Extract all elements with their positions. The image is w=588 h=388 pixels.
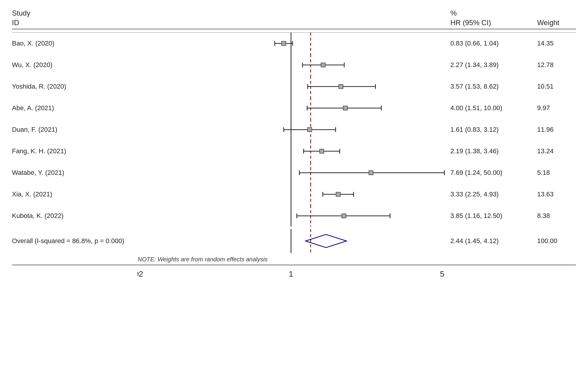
overall-weight-value: 100.00	[537, 237, 576, 245]
study-label: Duan, F. (2021)	[12, 126, 138, 134]
hr-header: HR (95% CI)	[450, 19, 537, 27]
table-row: Bao, X. (2020)0.83 (0.66, 1.04)14.35	[12, 33, 576, 54]
weight-header: Weight	[537, 19, 576, 27]
axis-plot: .02150	[138, 268, 444, 280]
study-label: Abe, A. (2021)	[12, 104, 138, 112]
study-label: Yoshida, R. (2020)	[12, 83, 138, 90]
id-header: ID	[12, 19, 138, 27]
svg-marker-56	[306, 234, 347, 248]
svg-rect-47	[336, 192, 340, 196]
col-study-header: Study ID	[12, 9, 138, 27]
weight-value: 8.38	[537, 212, 576, 220]
hr-value: 3.33 (2.25, 4.93)	[444, 190, 537, 198]
study-plot-area	[138, 140, 444, 162]
col-weight-header: % Weight	[537, 9, 576, 27]
svg-rect-23	[343, 106, 347, 110]
svg-rect-29	[308, 128, 312, 132]
weight-value: 13.24	[537, 147, 576, 155]
weight-value: 14.35	[537, 40, 576, 47]
hr-value: 2.19 (1.38, 3.46)	[444, 147, 537, 155]
study-label: Kubota, K. (2022)	[12, 212, 138, 220]
study-plot-area	[138, 76, 444, 97]
table-row: Fang, K. H. (2021)2.19 (1.38, 3.46)13.24	[12, 140, 576, 162]
hr-value: 3.85 (1.16, 12.50)	[444, 212, 537, 220]
study-plot-area	[138, 33, 444, 54]
svg-text:1: 1	[289, 269, 293, 278]
study-header-top: Study	[12, 9, 138, 17]
svg-text:.02: .02	[138, 269, 143, 278]
overall-plot-area	[138, 229, 444, 253]
study-label: Xia, X. (2021)	[12, 190, 138, 198]
table-row: Yoshida, R. (2020)3.57 (1.53, 8.62)10.51	[12, 76, 576, 97]
svg-rect-17	[339, 84, 343, 89]
overall-hr-value: 2.44 (1.45, 4.12)	[444, 237, 537, 245]
svg-text:50: 50	[440, 269, 444, 278]
hr-value: 1.61 (0.83, 3.12)	[444, 126, 537, 134]
pct-header: %	[450, 9, 537, 17]
study-label: Fang, K. H. (2021)	[12, 147, 138, 155]
svg-rect-5	[282, 41, 286, 46]
study-plot-area	[138, 97, 444, 119]
hr-value: 3.57 (1.53, 8.62)	[444, 83, 537, 90]
study-plot-area	[138, 119, 444, 140]
table-row: Wu, X. (2020)2.27 (1.34, 3.89)12.78	[12, 54, 576, 76]
note-text: NOTE: Weights are from random effects an…	[138, 256, 407, 263]
header-row: Study ID % HR (95% CI) % Weight	[12, 9, 576, 29]
study-plot-area	[138, 162, 444, 184]
study-label: Bao, X. (2020)	[12, 40, 138, 47]
weight-value: 5.18	[537, 169, 576, 177]
weight-value: 10.51	[537, 83, 576, 90]
note-row: NOTE: Weights are from random effects an…	[12, 256, 576, 263]
overall-label: Overall (I-squared = 86.8%, p = 0.000)	[12, 237, 138, 245]
weight-value: 13.63	[537, 190, 576, 198]
study-label: Wu, X. (2020)	[12, 61, 138, 69]
table-row: Watabe, Y. (2021)7.69 (1.24, 50.00)5.18	[12, 162, 576, 184]
table-row: Abe, A. (2021)4.00 (1.51, 10.00)9.97	[12, 97, 576, 119]
weight-value: 11.96	[537, 126, 576, 134]
svg-rect-11	[321, 63, 325, 67]
axis-row: .02150	[12, 265, 576, 280]
table-row: Duan, F. (2021)1.61 (0.83, 3.12)11.96	[12, 119, 576, 140]
hr-value: 0.83 (0.66, 1.04)	[444, 40, 537, 47]
table-row: Xia, X. (2021)3.33 (2.25, 4.93)13.63	[12, 184, 576, 205]
svg-rect-53	[342, 214, 346, 218]
overall-row: Overall (I-squared = 86.8%, p = 0.000)2.…	[12, 229, 576, 253]
forest-plot: Study ID % HR (95% CI) % Weight Bao, X. …	[12, 9, 576, 280]
weight-value: 12.78	[537, 61, 576, 69]
study-plot-area	[138, 54, 444, 76]
study-label: Watabe, Y. (2021)	[12, 169, 138, 177]
data-rows: Bao, X. (2020)0.83 (0.66, 1.04)14.35Wu, …	[12, 32, 576, 227]
hr-value: 2.27 (1.34, 3.89)	[444, 61, 537, 69]
study-plot-area	[138, 184, 444, 205]
hr-value: 7.69 (1.24, 50.00)	[444, 169, 537, 177]
svg-rect-35	[320, 149, 324, 153]
hr-value: 4.00 (1.51, 10.00)	[444, 104, 537, 112]
study-plot-area	[138, 205, 444, 227]
svg-rect-41	[369, 171, 373, 175]
table-row: Kubota, K. (2022)3.85 (1.16, 12.50)8.38	[12, 205, 576, 227]
weight-value: 9.97	[537, 104, 576, 112]
col-hr-header: % HR (95% CI)	[444, 9, 537, 27]
